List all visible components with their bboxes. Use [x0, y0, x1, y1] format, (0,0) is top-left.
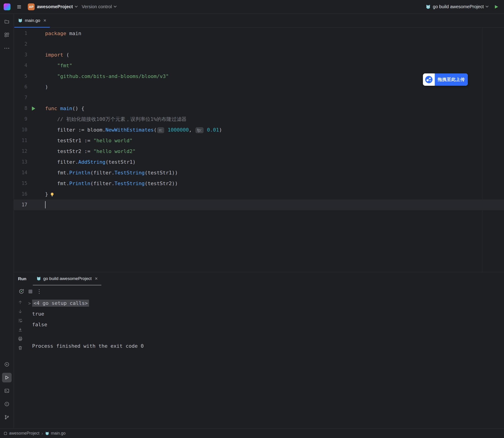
vcs-label: Version control	[82, 4, 112, 9]
scroll-to-end-icon[interactable]	[18, 327, 23, 332]
run-tab-go-build[interactable]: go build awesomeProject ×	[33, 272, 101, 285]
gopher-icon	[36, 276, 41, 281]
statusbar-file-label: main.go	[51, 431, 66, 436]
gopher-icon	[426, 4, 431, 9]
line-number[interactable]: 2	[14, 39, 27, 49]
code-line-2[interactable]: 2	[14, 39, 504, 49]
code-line-15[interactable]: 15 fmt.Println(filter.TestString(testStr…	[14, 178, 504, 189]
more-vertical-icon[interactable]: ⋮	[36, 289, 42, 294]
code-line-3[interactable]: 3import (	[14, 49, 504, 60]
toolwindow-more-button[interactable]: ⋯	[2, 43, 12, 53]
run-panel-title: Run	[18, 272, 26, 285]
editor-tab-bar: main.go ×	[14, 14, 504, 28]
console-output: ><4 go setup calls>truefalseProcess fini…	[27, 297, 504, 428]
text-caret	[45, 201, 46, 208]
close-icon[interactable]: ×	[43, 18, 46, 23]
soft-wrap-icon[interactable]	[18, 318, 23, 323]
run-panel-body: ><4 go setup calls>truefalseProcess fini…	[14, 297, 504, 428]
vcs-widget[interactable]: Version control	[82, 4, 116, 9]
project-widget[interactable]: AP awesomeProject	[28, 3, 77, 10]
gopher-icon	[45, 431, 49, 436]
line-number[interactable]: 3	[14, 49, 27, 60]
main-menu-button[interactable]	[15, 3, 23, 11]
code-editor[interactable]: 1package main23import (4 "fmt"5 "github.…	[14, 28, 504, 272]
line-number[interactable]: 11	[14, 135, 27, 146]
code-text: func main() {	[37, 103, 504, 114]
code-line-4[interactable]: 4 "fmt"	[14, 60, 504, 71]
line-number[interactable]: 4	[14, 60, 27, 71]
code-line-7[interactable]: 7	[14, 92, 504, 103]
console-line-4	[27, 330, 504, 341]
code-line-10[interactable]: 10 filter := bloom.NewWithEstimates(n: 1…	[14, 124, 504, 135]
run-config-selector[interactable]: go build awesomeProject	[426, 4, 488, 9]
console-toolbar	[14, 297, 27, 428]
stop-icon[interactable]	[29, 290, 32, 294]
hamburger-icon	[16, 4, 22, 10]
ide-window: AP awesomeProject Version control go bui…	[0, 0, 504, 438]
run-tool-window: Run go build awesomeProject × ⋮	[14, 272, 504, 428]
statusbar-file-crumb[interactable]: main.go	[45, 431, 66, 436]
line-number[interactable]: 10	[14, 124, 27, 135]
code-text: fmt.Println(filter.TestString(testStr2))	[37, 178, 504, 189]
rerun-icon[interactable]	[19, 288, 24, 294]
code-line-14[interactable]: 14 fmt.Println(filter.TestString(testStr…	[14, 167, 504, 178]
console-line-3: false	[27, 319, 504, 330]
console-text: true	[32, 311, 44, 317]
statusbar-project-crumb[interactable]: awesomeProject	[4, 431, 39, 436]
line-number[interactable]: 12	[14, 146, 27, 157]
line-number[interactable]: 16	[14, 189, 27, 199]
line-number[interactable]: 8	[14, 103, 27, 114]
code-line-17[interactable]: 17	[14, 199, 504, 210]
tab-main-go[interactable]: main.go ×	[14, 14, 50, 27]
chevron-right-icon: ›	[42, 431, 43, 436]
folded-region[interactable]: <4 go setup calls>	[32, 300, 89, 307]
git-branch-icon	[4, 415, 10, 420]
code-line-13[interactable]: 13 filter.AddString(testStr1)	[14, 157, 504, 167]
line-number[interactable]: 5	[14, 71, 27, 82]
code-line-1[interactable]: 1package main	[14, 28, 504, 39]
code-line-16[interactable]: 16}	[14, 189, 504, 199]
toolwindow-problems-button[interactable]	[2, 399, 12, 409]
run-panel-header: Run go build awesomeProject ×	[14, 272, 504, 285]
line-number[interactable]: 17	[14, 199, 27, 210]
toolwindow-project-button[interactable]	[2, 17, 12, 26]
line-number[interactable]: 7	[14, 92, 27, 103]
terminal-icon	[4, 388, 10, 394]
code-text: package main	[37, 28, 504, 39]
left-toolwindow-stripe: ⋯	[0, 14, 14, 428]
arrow-down-icon[interactable]	[18, 309, 23, 314]
line-number[interactable]: 9	[14, 114, 27, 124]
toolwindow-git-button[interactable]	[2, 413, 12, 422]
line-number[interactable]: 13	[14, 157, 27, 167]
code-line-12[interactable]: 12 testStr2 := "hello world2"	[14, 146, 504, 157]
close-icon[interactable]: ×	[95, 276, 98, 281]
arrow-up-icon[interactable]	[18, 300, 23, 305]
line-number[interactable]: 14	[14, 167, 27, 178]
clear-trash-icon[interactable]	[18, 345, 23, 350]
toolwindow-run-button[interactable]	[2, 373, 12, 382]
line-number[interactable]: 1	[14, 28, 27, 39]
upload-button: 拖拽至此上传	[435, 73, 468, 86]
code-line-9[interactable]: 9 // 初始化能接收100万个元素，误判率位1%的布隆过滤器	[14, 114, 504, 124]
run-config-label: go build awesomeProject	[433, 4, 484, 9]
toolwindow-structure-button[interactable]	[2, 30, 12, 40]
run-play-icon	[494, 4, 499, 10]
upload-overlay[interactable]: 拖拽至此上传	[423, 73, 468, 86]
fold-chevron-icon[interactable]: >	[28, 298, 32, 309]
statusbar-project-label: awesomeProject	[9, 431, 39, 436]
code-text: // 初始化能接收100万个元素，误判率位1%的布隆过滤器	[37, 114, 504, 124]
play-icon	[4, 375, 10, 380]
code-line-11[interactable]: 11 testStr1 := "hello world"	[14, 135, 504, 146]
toolwindow-terminal-button[interactable]	[2, 386, 12, 395]
toolwindow-services-button[interactable]	[2, 360, 12, 369]
chevron-down-icon	[114, 5, 117, 8]
run-button[interactable]	[492, 3, 500, 11]
line-number[interactable]: 15	[14, 178, 27, 189]
lightbulb-icon[interactable]	[50, 192, 54, 197]
code-line-8[interactable]: 8func main() {	[14, 103, 504, 114]
console-text: false	[32, 322, 47, 328]
line-number[interactable]: 6	[14, 82, 27, 92]
run-gutter-icon[interactable]	[32, 107, 35, 110]
app-logo-icon	[4, 3, 10, 10]
print-icon[interactable]	[18, 336, 23, 341]
